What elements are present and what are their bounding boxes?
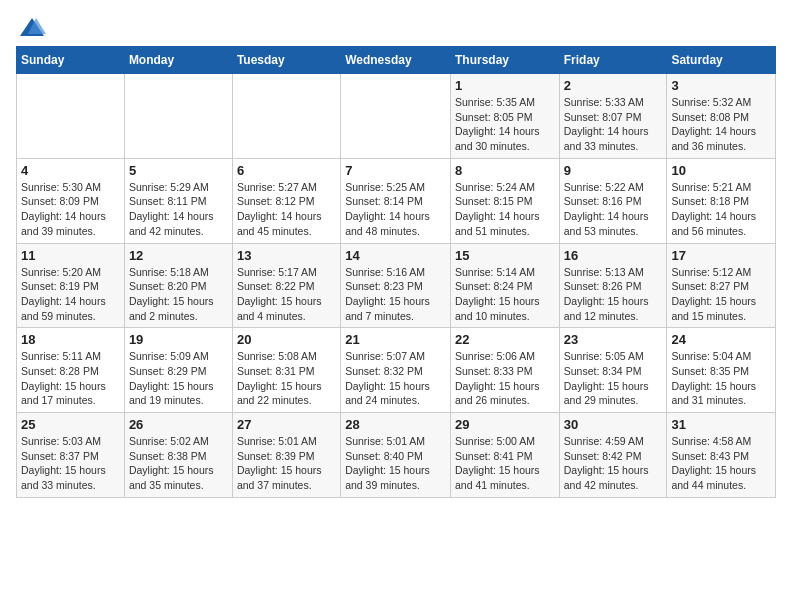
calendar-cell: 12Sunrise: 5:18 AM Sunset: 8:20 PM Dayli… <box>124 243 232 328</box>
day-number: 26 <box>129 417 228 432</box>
day-info: Sunrise: 5:02 AM Sunset: 8:38 PM Dayligh… <box>129 434 228 493</box>
day-info: Sunrise: 5:29 AM Sunset: 8:11 PM Dayligh… <box>129 180 228 239</box>
day-number: 11 <box>21 248 120 263</box>
calendar-cell <box>124 74 232 159</box>
calendar-cell: 4Sunrise: 5:30 AM Sunset: 8:09 PM Daylig… <box>17 158 125 243</box>
day-info: Sunrise: 4:59 AM Sunset: 8:42 PM Dayligh… <box>564 434 663 493</box>
calendar-cell: 6Sunrise: 5:27 AM Sunset: 8:12 PM Daylig… <box>232 158 340 243</box>
calendar-week-5: 25Sunrise: 5:03 AM Sunset: 8:37 PM Dayli… <box>17 413 776 498</box>
logo <box>16 16 46 34</box>
day-number: 25 <box>21 417 120 432</box>
day-number: 9 <box>564 163 663 178</box>
day-info: Sunrise: 4:58 AM Sunset: 8:43 PM Dayligh… <box>671 434 771 493</box>
day-number: 28 <box>345 417 446 432</box>
calendar-cell: 10Sunrise: 5:21 AM Sunset: 8:18 PM Dayli… <box>667 158 776 243</box>
day-info: Sunrise: 5:01 AM Sunset: 8:40 PM Dayligh… <box>345 434 446 493</box>
day-info: Sunrise: 5:08 AM Sunset: 8:31 PM Dayligh… <box>237 349 336 408</box>
day-info: Sunrise: 5:11 AM Sunset: 8:28 PM Dayligh… <box>21 349 120 408</box>
day-number: 4 <box>21 163 120 178</box>
day-number: 15 <box>455 248 555 263</box>
day-number: 20 <box>237 332 336 347</box>
calendar-cell: 29Sunrise: 5:00 AM Sunset: 8:41 PM Dayli… <box>450 413 559 498</box>
day-info: Sunrise: 5:21 AM Sunset: 8:18 PM Dayligh… <box>671 180 771 239</box>
day-info: Sunrise: 5:24 AM Sunset: 8:15 PM Dayligh… <box>455 180 555 239</box>
header-day-sunday: Sunday <box>17 47 125 74</box>
day-number: 1 <box>455 78 555 93</box>
header-day-saturday: Saturday <box>667 47 776 74</box>
calendar-cell: 19Sunrise: 5:09 AM Sunset: 8:29 PM Dayli… <box>124 328 232 413</box>
day-number: 31 <box>671 417 771 432</box>
calendar-cell: 13Sunrise: 5:17 AM Sunset: 8:22 PM Dayli… <box>232 243 340 328</box>
day-info: Sunrise: 5:33 AM Sunset: 8:07 PM Dayligh… <box>564 95 663 154</box>
calendar-cell: 26Sunrise: 5:02 AM Sunset: 8:38 PM Dayli… <box>124 413 232 498</box>
calendar-cell <box>341 74 451 159</box>
day-info: Sunrise: 5:06 AM Sunset: 8:33 PM Dayligh… <box>455 349 555 408</box>
day-number: 18 <box>21 332 120 347</box>
day-number: 27 <box>237 417 336 432</box>
page-header <box>16 16 776 34</box>
day-info: Sunrise: 5:09 AM Sunset: 8:29 PM Dayligh… <box>129 349 228 408</box>
day-info: Sunrise: 5:22 AM Sunset: 8:16 PM Dayligh… <box>564 180 663 239</box>
calendar-cell: 18Sunrise: 5:11 AM Sunset: 8:28 PM Dayli… <box>17 328 125 413</box>
day-number: 22 <box>455 332 555 347</box>
header-row: SundayMondayTuesdayWednesdayThursdayFrid… <box>17 47 776 74</box>
day-info: Sunrise: 5:16 AM Sunset: 8:23 PM Dayligh… <box>345 265 446 324</box>
calendar-cell: 17Sunrise: 5:12 AM Sunset: 8:27 PM Dayli… <box>667 243 776 328</box>
day-number: 3 <box>671 78 771 93</box>
calendar-cell: 23Sunrise: 5:05 AM Sunset: 8:34 PM Dayli… <box>559 328 667 413</box>
calendar-cell: 20Sunrise: 5:08 AM Sunset: 8:31 PM Dayli… <box>232 328 340 413</box>
calendar-body: 1Sunrise: 5:35 AM Sunset: 8:05 PM Daylig… <box>17 74 776 498</box>
calendar-cell: 27Sunrise: 5:01 AM Sunset: 8:39 PM Dayli… <box>232 413 340 498</box>
day-number: 8 <box>455 163 555 178</box>
day-info: Sunrise: 5:13 AM Sunset: 8:26 PM Dayligh… <box>564 265 663 324</box>
day-number: 17 <box>671 248 771 263</box>
calendar-cell <box>232 74 340 159</box>
calendar-cell: 11Sunrise: 5:20 AM Sunset: 8:19 PM Dayli… <box>17 243 125 328</box>
day-info: Sunrise: 5:27 AM Sunset: 8:12 PM Dayligh… <box>237 180 336 239</box>
day-number: 13 <box>237 248 336 263</box>
header-day-tuesday: Tuesday <box>232 47 340 74</box>
calendar-cell: 25Sunrise: 5:03 AM Sunset: 8:37 PM Dayli… <box>17 413 125 498</box>
calendar-cell: 22Sunrise: 5:06 AM Sunset: 8:33 PM Dayli… <box>450 328 559 413</box>
day-info: Sunrise: 5:18 AM Sunset: 8:20 PM Dayligh… <box>129 265 228 324</box>
header-day-wednesday: Wednesday <box>341 47 451 74</box>
calendar-header: SundayMondayTuesdayWednesdayThursdayFrid… <box>17 47 776 74</box>
calendar-cell <box>17 74 125 159</box>
day-number: 30 <box>564 417 663 432</box>
day-number: 10 <box>671 163 771 178</box>
calendar-cell: 3Sunrise: 5:32 AM Sunset: 8:08 PM Daylig… <box>667 74 776 159</box>
calendar-cell: 8Sunrise: 5:24 AM Sunset: 8:15 PM Daylig… <box>450 158 559 243</box>
calendar-cell: 21Sunrise: 5:07 AM Sunset: 8:32 PM Dayli… <box>341 328 451 413</box>
day-info: Sunrise: 5:20 AM Sunset: 8:19 PM Dayligh… <box>21 265 120 324</box>
day-number: 12 <box>129 248 228 263</box>
header-day-friday: Friday <box>559 47 667 74</box>
day-info: Sunrise: 5:30 AM Sunset: 8:09 PM Dayligh… <box>21 180 120 239</box>
day-info: Sunrise: 5:12 AM Sunset: 8:27 PM Dayligh… <box>671 265 771 324</box>
day-info: Sunrise: 5:25 AM Sunset: 8:14 PM Dayligh… <box>345 180 446 239</box>
day-info: Sunrise: 5:17 AM Sunset: 8:22 PM Dayligh… <box>237 265 336 324</box>
calendar-week-4: 18Sunrise: 5:11 AM Sunset: 8:28 PM Dayli… <box>17 328 776 413</box>
calendar-cell: 24Sunrise: 5:04 AM Sunset: 8:35 PM Dayli… <box>667 328 776 413</box>
calendar-week-2: 4Sunrise: 5:30 AM Sunset: 8:09 PM Daylig… <box>17 158 776 243</box>
day-number: 23 <box>564 332 663 347</box>
calendar-week-3: 11Sunrise: 5:20 AM Sunset: 8:19 PM Dayli… <box>17 243 776 328</box>
calendar-table: SundayMondayTuesdayWednesdayThursdayFrid… <box>16 46 776 498</box>
day-number: 29 <box>455 417 555 432</box>
day-number: 5 <box>129 163 228 178</box>
calendar-week-1: 1Sunrise: 5:35 AM Sunset: 8:05 PM Daylig… <box>17 74 776 159</box>
day-number: 6 <box>237 163 336 178</box>
day-info: Sunrise: 5:07 AM Sunset: 8:32 PM Dayligh… <box>345 349 446 408</box>
day-info: Sunrise: 5:32 AM Sunset: 8:08 PM Dayligh… <box>671 95 771 154</box>
calendar-cell: 31Sunrise: 4:58 AM Sunset: 8:43 PM Dayli… <box>667 413 776 498</box>
day-info: Sunrise: 5:03 AM Sunset: 8:37 PM Dayligh… <box>21 434 120 493</box>
day-number: 14 <box>345 248 446 263</box>
day-info: Sunrise: 5:35 AM Sunset: 8:05 PM Dayligh… <box>455 95 555 154</box>
logo-icon <box>18 16 46 38</box>
day-number: 19 <box>129 332 228 347</box>
calendar-cell: 28Sunrise: 5:01 AM Sunset: 8:40 PM Dayli… <box>341 413 451 498</box>
day-number: 21 <box>345 332 446 347</box>
day-number: 16 <box>564 248 663 263</box>
calendar-cell: 14Sunrise: 5:16 AM Sunset: 8:23 PM Dayli… <box>341 243 451 328</box>
calendar-cell: 15Sunrise: 5:14 AM Sunset: 8:24 PM Dayli… <box>450 243 559 328</box>
day-info: Sunrise: 5:04 AM Sunset: 8:35 PM Dayligh… <box>671 349 771 408</box>
